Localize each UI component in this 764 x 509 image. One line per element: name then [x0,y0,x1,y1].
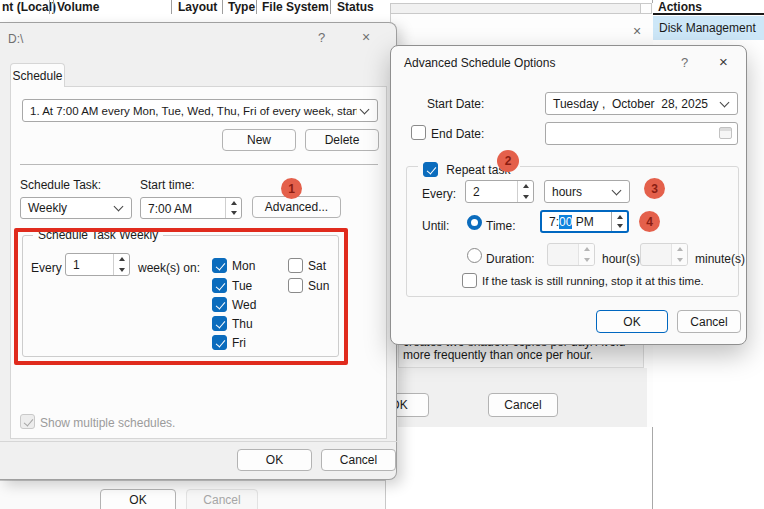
weeks-value: 1 [66,254,113,275]
help-icon[interactable]: ? [318,30,325,45]
day-checkbox[interactable] [212,278,227,293]
help-icon[interactable]: ? [681,55,688,70]
schedule-task-label: Schedule Task: [20,178,101,192]
up-arrow-icon [617,215,623,219]
column-divider[interactable] [171,0,172,14]
schedule-tab-page: 1. At 7:00 AM every Mon, Tue, Wed, Thu, … [10,86,387,439]
every-label: Every [31,261,62,275]
background-ok-button[interactable]: OK [100,489,176,509]
start-date-value: Tuesday , October 28, 2025 [546,97,717,111]
background-cancel-button[interactable]: Cancel [186,489,258,509]
until-duration-radio[interactable] [467,248,482,263]
calendar-icon[interactable] [719,127,732,139]
start-time-spinner[interactable]: 7:00 AM [140,197,242,219]
day-label: Mon [232,259,255,273]
spinner-buttons[interactable] [517,181,533,202]
day-checkbox[interactable] [212,258,227,273]
duration-minutes-value [641,244,671,265]
annotation-badge-4: 4 [639,211,660,232]
until-time-field[interactable]: 7:00 PM [540,210,629,233]
spinner-buttons[interactable] [578,244,594,265]
column-header-volume[interactable]: Volume [57,0,99,14]
start-date-label: Start Date: [427,97,484,111]
duration-label: Duration: [486,252,535,266]
schedule-task-dropdown[interactable]: Weekly [20,197,132,219]
duration-minutes-spinner[interactable] [640,243,688,266]
spinner-buttons[interactable] [671,244,687,265]
repeat-every-value: 2 [466,181,517,202]
weeks-on-label: week(s) on: [138,261,200,275]
spinner-buttons[interactable] [225,198,241,218]
show-multiple-schedules-checkbox[interactable] [20,414,35,429]
day-checkbox[interactable] [212,316,227,331]
weeks-spinner[interactable]: 1 [65,253,130,276]
schedule-list-value: 1. At 7:00 AM every Mon, Tue, Wed, Thu, … [23,105,357,117]
vss-close-icon[interactable]: × [626,23,648,41]
day-checkbox[interactable] [288,278,303,293]
down-arrow-icon [523,195,529,199]
column-divider [49,0,50,14]
separator [20,164,378,165]
schedule-ok-button[interactable]: OK [237,449,312,471]
background-dialog-button-strip: OK Cancel [0,480,386,509]
up-arrow-icon [119,257,125,261]
schedule-cancel-button[interactable]: Cancel [321,449,396,471]
chevron-down-icon [612,185,622,195]
chevron-down-icon [114,202,124,212]
repeat-task-group: Repeat task Every: 2 hours Until: Time: … [406,166,739,297]
up-arrow-icon [523,184,529,188]
repeat-unit-dropdown[interactable]: hours [544,180,630,203]
separator [0,441,397,442]
minutes-suffix-label: minute(s) [695,252,745,266]
spinner-buttons[interactable] [611,212,627,231]
scrollbar-end-button[interactable] [640,4,651,13]
tree-item-local[interactable]: nt (Local) [2,0,56,14]
annotation-badge-2: 2 [497,150,519,172]
column-header-layout[interactable]: Layout [178,0,217,14]
repeat-every-spinner[interactable]: 2 [465,180,534,203]
close-icon[interactable]: × [719,53,728,70]
repeat-unit-value: hours [545,185,609,199]
column-header-type[interactable]: Type [228,0,255,14]
actions-panel-title: Actions [658,0,702,14]
actions-item-disk-management[interactable]: Disk Management [653,16,764,40]
horizontal-scrollbar[interactable] [390,3,652,14]
advanced-ok-button[interactable]: OK [596,310,668,333]
column-header-status[interactable]: Status [337,0,374,14]
down-arrow-icon [231,211,237,215]
start-time-label: Start time: [140,178,195,192]
column-divider[interactable] [256,0,257,14]
column-divider[interactable] [330,0,331,14]
end-date-checkbox[interactable] [411,125,426,140]
day-checkbox[interactable] [212,335,227,350]
schedule-list-dropdown[interactable]: 1. At 7:00 AM every Mon, Tue, Wed, Thu, … [22,99,378,122]
schedule-properties-dialog: D:\ ? × Schedule 1. At 7:00 AM every Mon… [0,22,397,480]
column-header-filesystem[interactable]: File System [262,0,329,14]
day-checkbox[interactable] [212,297,227,312]
dialog-title: D:\ [8,32,23,46]
group-title: Schedule Task Weekly [33,228,163,242]
until-time-radio[interactable] [467,215,482,230]
delete-button[interactable]: Delete [305,129,379,151]
selected-text: 00 [559,215,572,229]
column-divider[interactable] [222,0,223,14]
vss-cancel-button[interactable]: Cancel [488,393,558,417]
close-icon[interactable]: × [362,29,370,45]
new-button[interactable]: New [222,129,296,151]
chevron-down-icon [720,97,730,107]
advanced-cancel-button[interactable]: Cancel [677,310,741,333]
day-checkbox[interactable] [288,258,303,273]
end-date-field[interactable] [545,122,738,145]
actions-title-underline [653,13,764,15]
stop-task-checkbox[interactable] [462,273,477,288]
tab-schedule[interactable]: Schedule [10,63,65,87]
down-arrow-icon [677,258,683,262]
end-date-label: End Date: [431,127,484,141]
down-arrow-icon [584,258,590,262]
advanced-button[interactable]: Advanced... [252,196,341,218]
spinner-buttons[interactable] [113,254,129,275]
repeat-task-checkbox[interactable] [423,162,438,177]
duration-hours-spinner[interactable] [547,243,595,266]
column-divider [53,0,54,14]
start-date-dropdown[interactable]: Tuesday , October 28, 2025 [545,92,738,115]
